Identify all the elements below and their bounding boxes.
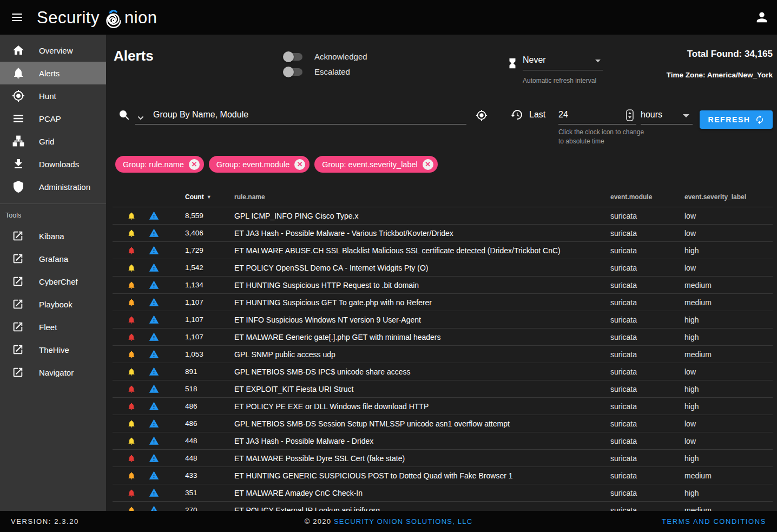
severity-bell-icon[interactable] <box>127 402 136 411</box>
row-event-module[interactable]: suricata <box>610 229 684 238</box>
row-event-module[interactable]: suricata <box>610 281 684 290</box>
row-count[interactable]: 270 <box>185 506 234 511</box>
row-count[interactable]: 448 <box>185 454 234 462</box>
row-event-module[interactable]: suricata <box>610 419 684 428</box>
severity-bell-icon[interactable] <box>127 333 136 341</box>
clock-icon[interactable] <box>626 109 634 121</box>
row-event-module[interactable]: suricata <box>610 367 684 376</box>
severity-bell-icon[interactable] <box>127 264 136 272</box>
row-severity-label[interactable]: medium <box>684 471 773 480</box>
row-severity-label[interactable]: high <box>684 333 773 341</box>
severity-bell-icon[interactable] <box>127 246 136 255</box>
row-count[interactable]: 3,406 <box>185 229 234 237</box>
sidebar-item-grid[interactable]: Grid <box>0 130 106 153</box>
sidebar-item-navigator[interactable]: Navigator <box>0 361 106 384</box>
row-rule-name[interactable]: ET POLICY OpenSSL Demo CA - Internet Wid… <box>234 264 610 272</box>
row-count[interactable]: 486 <box>185 402 234 410</box>
severity-bell-icon[interactable] <box>127 454 136 463</box>
alert-info-icon[interactable] <box>149 384 159 394</box>
sidebar-item-playbook[interactable]: Playbook <box>0 293 106 316</box>
alert-info-icon[interactable] <box>149 349 159 359</box>
row-event-module[interactable]: suricata <box>610 264 684 272</box>
severity-bell-icon[interactable] <box>127 281 136 290</box>
row-count[interactable]: 486 <box>185 419 234 428</box>
alert-info-icon[interactable] <box>149 211 159 221</box>
row-severity-label[interactable]: high <box>684 454 773 463</box>
user-account-icon[interactable] <box>754 10 769 25</box>
row-event-module[interactable]: suricata <box>610 316 684 324</box>
row-rule-name[interactable]: ET MALWARE Possible Dyre SSL Cert (fake … <box>234 454 610 463</box>
row-rule-name[interactable]: ET EXPLOIT_KIT Fiesta URI Struct <box>234 385 610 393</box>
alert-info-icon[interactable] <box>149 505 159 511</box>
row-count[interactable]: 1,107 <box>185 333 234 341</box>
row-rule-name[interactable]: ET INFO Suspicious Windows NT version 9 … <box>234 316 610 324</box>
row-rule-name[interactable]: GPL NETBIOS SMB-DS IPC$ unicode share ac… <box>234 367 610 376</box>
severity-bell-icon[interactable] <box>127 316 136 324</box>
row-severity-label[interactable]: low <box>684 229 773 238</box>
row-count[interactable]: 433 <box>185 471 234 480</box>
row-severity-label[interactable]: medium <box>684 281 773 290</box>
row-count[interactable]: 1,542 <box>185 264 234 272</box>
row-rule-name[interactable]: ET HUNTING Suspicious GET To gate.php wi… <box>234 298 610 307</box>
row-rule-name[interactable]: ET MALWARE ABUSE.CH SSL Blacklist Malici… <box>234 246 610 255</box>
row-count[interactable]: 1,134 <box>185 281 234 289</box>
search-input[interactable]: Group By Name, Module <box>153 110 248 120</box>
row-severity-label[interactable]: medium <box>684 350 773 359</box>
row-severity-label[interactable]: medium <box>684 506 773 511</box>
copyright-link[interactable]: SECURITY ONION SOLUTIONS, LLC <box>334 517 472 526</box>
menu-icon[interactable] <box>4 6 29 28</box>
row-count[interactable]: 1,107 <box>185 298 234 306</box>
refresh-button[interactable]: REFRESH <box>700 110 773 129</box>
severity-bell-icon[interactable] <box>127 212 136 220</box>
row-count[interactable]: 1,107 <box>185 316 234 324</box>
escalated-toggle[interactable] <box>284 68 302 76</box>
severity-bell-icon[interactable] <box>127 437 136 445</box>
row-rule-name[interactable]: ET POLICY External IP Lookup api.ipify.o… <box>234 506 610 511</box>
acknowledged-toggle[interactable] <box>284 53 302 61</box>
duration-input[interactable]: 24 <box>558 110 568 120</box>
search-history-chevron-icon[interactable] <box>136 114 145 122</box>
alert-info-icon[interactable] <box>149 297 159 307</box>
row-event-module[interactable]: suricata <box>610 402 684 411</box>
row-rule-name[interactable]: GPL ICMP_INFO PING Cisco Type.x <box>234 212 610 220</box>
row-severity-label[interactable]: medium <box>684 298 773 307</box>
close-icon[interactable]: ✕ <box>294 159 305 170</box>
alert-info-icon[interactable] <box>149 418 159 429</box>
refresh-interval-select[interactable]: Never <box>523 55 603 70</box>
group-chip-rule-name[interactable]: Group: rule.name ✕ <box>115 156 204 173</box>
close-icon[interactable]: ✕ <box>189 159 200 170</box>
row-event-module[interactable]: suricata <box>610 385 684 393</box>
sidebar-item-pcap[interactable]: PCAP <box>0 107 106 130</box>
row-rule-name[interactable]: ET JA3 Hash - Possible Malware - Various… <box>234 229 610 238</box>
sidebar-item-cyberchef[interactable]: CyberChef <box>0 270 106 293</box>
row-count[interactable]: 518 <box>185 385 234 393</box>
column-header-rule-name[interactable]: rule.name <box>234 193 610 201</box>
row-severity-label[interactable]: low <box>684 212 773 220</box>
row-count[interactable]: 8,559 <box>185 212 234 220</box>
alert-info-icon[interactable] <box>149 228 159 238</box>
severity-bell-icon[interactable] <box>127 229 136 238</box>
terms-link[interactable]: TERMS AND CONDITIONS <box>662 517 766 526</box>
sidebar-item-grafana[interactable]: Grafana <box>0 247 106 270</box>
row-event-module[interactable]: suricata <box>610 212 684 220</box>
row-rule-name[interactable]: ET HUNTING Suspicious HTTP Request to .b… <box>234 281 610 290</box>
alert-info-icon[interactable] <box>149 470 159 481</box>
severity-bell-icon[interactable] <box>127 419 136 428</box>
row-severity-label[interactable]: high <box>684 385 773 393</box>
row-severity-label[interactable]: high <box>684 402 773 411</box>
row-count[interactable]: 351 <box>185 489 234 497</box>
row-severity-label[interactable]: low <box>684 437 773 445</box>
alert-info-icon[interactable] <box>149 245 159 255</box>
row-count[interactable]: 1,053 <box>185 350 234 358</box>
sidebar-item-fleet[interactable]: Fleet <box>0 316 106 338</box>
severity-bell-icon[interactable] <box>127 298 136 307</box>
row-rule-name[interactable]: ET HUNTING GENERIC SUSPICIOUS POST to Do… <box>234 471 610 480</box>
row-rule-name[interactable]: ET MALWARE Amadey CnC Check-In <box>234 489 610 497</box>
alert-info-icon[interactable] <box>149 314 159 325</box>
group-chip-event-module[interactable]: Group: event.module ✕ <box>209 156 310 173</box>
severity-bell-icon[interactable] <box>127 367 136 376</box>
severity-bell-icon[interactable] <box>127 350 136 359</box>
sidebar-item-alerts[interactable]: Alerts <box>0 62 106 84</box>
row-rule-name[interactable]: ET MALWARE Generic gate[.].php GET with … <box>234 333 610 341</box>
row-event-module[interactable]: suricata <box>610 506 684 511</box>
